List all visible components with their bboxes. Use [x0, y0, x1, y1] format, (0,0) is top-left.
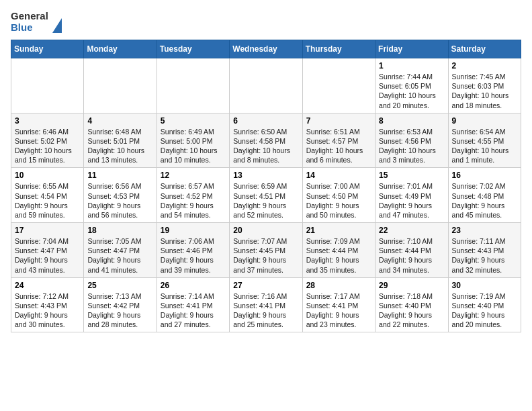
day-info: Sunrise: 6:59 AMSunset: 4:51 PMDaylight:…: [233, 181, 298, 220]
calendar-cell: 6Sunrise: 6:50 AMSunset: 4:58 PMDaylight…: [230, 113, 302, 168]
calendar-table: SundayMondayTuesdayWednesdayThursdayFrid…: [11, 40, 521, 332]
day-info: Sunrise: 7:11 AMSunset: 4:43 PMDaylight:…: [452, 236, 517, 275]
day-number: 6: [233, 116, 298, 126]
week-row-2: 3Sunrise: 6:46 AMSunset: 5:02 PMDaylight…: [11, 113, 521, 168]
day-info: Sunrise: 7:02 AMSunset: 4:48 PMDaylight:…: [452, 181, 517, 220]
day-number: 5: [161, 116, 226, 126]
calendar-cell: [157, 58, 229, 113]
calendar-cell: 8Sunrise: 6:53 AMSunset: 4:56 PMDaylight…: [375, 113, 448, 168]
day-number: 10: [15, 171, 80, 180]
day-number: 2: [452, 61, 517, 71]
day-number: 22: [379, 226, 444, 235]
calendar-cell: 9Sunrise: 6:54 AMSunset: 4:55 PMDaylight…: [448, 113, 521, 168]
day-info: Sunrise: 6:49 AMSunset: 5:00 PMDaylight:…: [161, 127, 226, 165]
day-number: 18: [87, 226, 152, 235]
day-info: Sunrise: 7:45 AMSunset: 6:03 PMDaylight:…: [452, 72, 517, 110]
day-info: Sunrise: 7:14 AMSunset: 4:41 PMDaylight:…: [161, 291, 226, 330]
calendar-cell: 7Sunrise: 6:51 AMSunset: 4:57 PMDaylight…: [302, 113, 375, 168]
day-header-tuesday: Tuesday: [157, 40, 229, 58]
day-header-friday: Friday: [375, 40, 448, 58]
calendar-cell: 16Sunrise: 7:02 AMSunset: 4:48 PMDayligh…: [448, 168, 521, 223]
calendar-cell: 22Sunrise: 7:10 AMSunset: 4:44 PMDayligh…: [375, 223, 448, 278]
calendar-cell: 30Sunrise: 7:19 AMSunset: 4:40 PMDayligh…: [448, 277, 521, 332]
day-number: 9: [452, 116, 517, 126]
calendar-cell: 18Sunrise: 7:05 AMSunset: 4:47 PMDayligh…: [84, 223, 157, 278]
day-info: Sunrise: 6:57 AMSunset: 4:52 PMDaylight:…: [161, 181, 226, 220]
calendar-cell: 23Sunrise: 7:11 AMSunset: 4:43 PMDayligh…: [448, 223, 521, 278]
day-header-sunday: Sunday: [11, 40, 84, 58]
calendar-cell: [84, 58, 157, 113]
day-header-wednesday: Wednesday: [230, 40, 302, 58]
day-number: 11: [87, 171, 152, 180]
week-row-3: 10Sunrise: 6:55 AMSunset: 4:54 PMDayligh…: [11, 168, 521, 223]
day-info: Sunrise: 7:00 AMSunset: 4:50 PMDaylight:…: [306, 181, 371, 220]
day-number: 21: [306, 226, 371, 235]
calendar-cell: 20Sunrise: 7:07 AMSunset: 4:45 PMDayligh…: [230, 223, 302, 278]
header: General Blue: [11, 11, 521, 33]
day-info: Sunrise: 6:48 AMSunset: 5:01 PMDaylight:…: [87, 127, 152, 165]
day-header-thursday: Thursday: [302, 40, 375, 58]
calendar-cell: 19Sunrise: 7:06 AMSunset: 4:46 PMDayligh…: [157, 223, 229, 278]
day-header-saturday: Saturday: [448, 40, 521, 58]
day-info: Sunrise: 6:56 AMSunset: 4:53 PMDaylight:…: [87, 181, 152, 220]
day-info: Sunrise: 7:12 AMSunset: 4:43 PMDaylight:…: [15, 291, 80, 330]
day-number: 27: [233, 281, 298, 290]
day-number: 3: [15, 116, 80, 126]
calendar-cell: 13Sunrise: 6:59 AMSunset: 4:51 PMDayligh…: [230, 168, 302, 223]
calendar-cell: 17Sunrise: 7:04 AMSunset: 4:47 PMDayligh…: [11, 223, 84, 278]
calendar-cell: 11Sunrise: 6:56 AMSunset: 4:53 PMDayligh…: [84, 168, 157, 223]
calendar-cell: 12Sunrise: 6:57 AMSunset: 4:52 PMDayligh…: [157, 168, 229, 223]
day-info: Sunrise: 7:04 AMSunset: 4:47 PMDaylight:…: [15, 236, 80, 275]
calendar-cell: 5Sunrise: 6:49 AMSunset: 5:00 PMDaylight…: [157, 113, 229, 168]
calendar-cell: 24Sunrise: 7:12 AMSunset: 4:43 PMDayligh…: [11, 277, 84, 332]
calendar-cell: 25Sunrise: 7:13 AMSunset: 4:42 PMDayligh…: [84, 277, 157, 332]
day-number: 1: [379, 61, 444, 71]
day-number: 14: [306, 171, 371, 180]
day-info: Sunrise: 6:54 AMSunset: 4:55 PMDaylight:…: [452, 127, 517, 165]
day-number: 7: [306, 116, 371, 126]
calendar-cell: 2Sunrise: 7:45 AMSunset: 6:03 PMDaylight…: [448, 58, 521, 113]
day-number: 17: [15, 226, 80, 235]
day-info: Sunrise: 6:50 AMSunset: 4:58 PMDaylight:…: [233, 127, 298, 165]
day-number: 12: [161, 171, 226, 180]
day-header-monday: Monday: [84, 40, 157, 58]
calendar-cell: 14Sunrise: 7:00 AMSunset: 4:50 PMDayligh…: [302, 168, 375, 223]
calendar-cell: 15Sunrise: 7:01 AMSunset: 4:49 PMDayligh…: [375, 168, 448, 223]
day-info: Sunrise: 7:09 AMSunset: 4:44 PMDaylight:…: [306, 236, 371, 275]
day-number: 25: [87, 281, 152, 290]
week-row-5: 24Sunrise: 7:12 AMSunset: 4:43 PMDayligh…: [11, 277, 521, 332]
day-info: Sunrise: 7:16 AMSunset: 4:41 PMDaylight:…: [233, 291, 298, 330]
day-number: 30: [452, 281, 517, 290]
day-info: Sunrise: 6:55 AMSunset: 4:54 PMDaylight:…: [15, 181, 80, 220]
day-info: Sunrise: 7:18 AMSunset: 4:40 PMDaylight:…: [379, 291, 444, 330]
day-number: 19: [161, 226, 226, 235]
logo-text: General Blue: [11, 11, 48, 33]
calendar-cell: [230, 58, 302, 113]
day-info: Sunrise: 6:51 AMSunset: 4:57 PMDaylight:…: [306, 127, 371, 165]
day-info: Sunrise: 7:44 AMSunset: 6:05 PMDaylight:…: [379, 72, 444, 110]
calendar-cell: 27Sunrise: 7:16 AMSunset: 4:41 PMDayligh…: [230, 277, 302, 332]
day-info: Sunrise: 7:01 AMSunset: 4:49 PMDaylight:…: [379, 181, 444, 220]
day-number: 26: [161, 281, 226, 290]
day-number: 23: [452, 226, 517, 235]
day-number: 13: [233, 171, 298, 180]
day-number: 16: [452, 171, 517, 180]
day-number: 4: [87, 116, 152, 126]
calendar-cell: 26Sunrise: 7:14 AMSunset: 4:41 PMDayligh…: [157, 277, 229, 332]
day-info: Sunrise: 6:53 AMSunset: 4:56 PMDaylight:…: [379, 127, 444, 165]
week-row-4: 17Sunrise: 7:04 AMSunset: 4:47 PMDayligh…: [11, 223, 521, 278]
calendar-cell: 28Sunrise: 7:17 AMSunset: 4:41 PMDayligh…: [302, 277, 375, 332]
day-info: Sunrise: 6:46 AMSunset: 5:02 PMDaylight:…: [15, 127, 80, 165]
calendar-cell: 21Sunrise: 7:09 AMSunset: 4:44 PMDayligh…: [302, 223, 375, 278]
day-number: 29: [379, 281, 444, 290]
day-number: 28: [306, 281, 371, 290]
logo: General Blue: [11, 11, 62, 33]
calendar-cell: 1Sunrise: 7:44 AMSunset: 6:05 PMDaylight…: [375, 58, 448, 113]
header-row: SundayMondayTuesdayWednesdayThursdayFrid…: [11, 40, 521, 58]
calendar-cell: 3Sunrise: 6:46 AMSunset: 5:02 PMDaylight…: [11, 113, 84, 168]
day-number: 15: [379, 171, 444, 180]
day-number: 24: [15, 281, 80, 290]
calendar-cell: 10Sunrise: 6:55 AMSunset: 4:54 PMDayligh…: [11, 168, 84, 223]
day-number: 8: [379, 116, 444, 126]
day-info: Sunrise: 7:17 AMSunset: 4:41 PMDaylight:…: [306, 291, 371, 330]
